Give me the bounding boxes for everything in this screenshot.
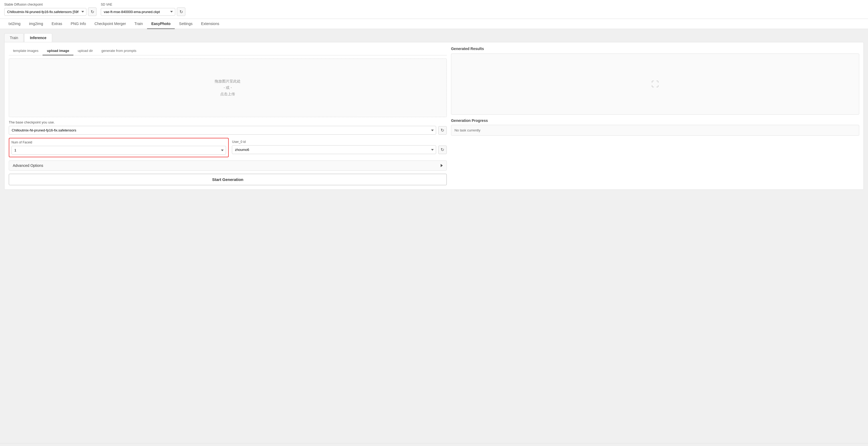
subtab-upload-image[interactable]: upload image (42, 47, 73, 55)
upload-zone[interactable]: 拖放图片至此处 - 或 - 点击上传 (9, 59, 447, 117)
upload-hint-line1: 拖放图片至此处 (215, 79, 241, 84)
generated-image-placeholder-icon: ⛶ (651, 80, 659, 89)
vae-select[interactable]: vae-ft-mse-840000-ema-pruned.ckpt (101, 8, 175, 16)
base-checkpoint-label: The base checkpoint you use. (9, 120, 447, 124)
user-id-row: zhoumo6 ↻ (232, 145, 446, 154)
tab-settings[interactable]: Settings (175, 19, 197, 29)
start-generation-button[interactable]: Start Generation (9, 174, 447, 185)
two-col-layout: template images upload image upload dir … (9, 47, 859, 185)
left-column: template images upload image upload dir … (9, 47, 447, 185)
subtab-generate-from-prompts[interactable]: generate from prompts (97, 47, 141, 55)
nav-tabs: txt2img img2img Extras PNG Info Checkpoi… (0, 19, 868, 29)
user-id-refresh-button[interactable]: ↻ (438, 146, 447, 154)
right-column: Generated Results ⛶ Generation Progress … (451, 47, 859, 185)
upload-sub-tabs: template images upload image upload dir … (9, 47, 447, 55)
tab-extras[interactable]: Extras (47, 19, 66, 29)
subtab-template-images[interactable]: template images (9, 47, 42, 55)
tab-extensions[interactable]: Extensions (197, 19, 223, 29)
tab-train[interactable]: Train (130, 19, 147, 29)
content-area: template images upload image upload dir … (4, 42, 864, 190)
inner-tab-train[interactable]: Train (4, 33, 24, 42)
inner-tab-inference[interactable]: Inference (24, 33, 52, 42)
tab-png-info[interactable]: PNG Info (66, 19, 90, 29)
user-id-label: User_0 id (232, 140, 446, 144)
tab-easyphoto[interactable]: EasyPhoto (147, 19, 175, 29)
user-id-select[interactable]: zhoumo6 (232, 145, 436, 154)
footer: API • Github • Gradio • Startup profile … (0, 443, 868, 446)
num-faceid-label: Num of Faceid (11, 141, 226, 144)
checkpoint-refresh-button[interactable]: ↻ (88, 7, 96, 16)
generated-image-box: ⛶ (451, 54, 859, 115)
checkpoint-select-row: Chilloutmix-Ni-pruned-fp16-fix.safetenso… (4, 7, 96, 16)
vae-label: SD VAE (101, 3, 185, 6)
generation-progress-box: No task currently (451, 125, 859, 136)
num-faceid-group: Num of Faceid 1 2 3 4 (9, 138, 229, 157)
advanced-options-chevron-icon (441, 164, 443, 167)
vae-refresh-button[interactable]: ↻ (177, 7, 185, 16)
generated-results-title: Generated Results (451, 47, 859, 51)
top-bar: Stable Diffusion checkpoint Chilloutmix-… (0, 0, 868, 19)
tab-checkpoint-merger[interactable]: Checkpoint Merger (90, 19, 130, 29)
base-checkpoint-row: Chilloutmix-Ni-pruned-fp16-fix.safetenso… (9, 126, 447, 135)
advanced-options-label: Advanced Options (13, 163, 43, 168)
vae-field: SD VAE vae-ft-mse-840000-ema-pruned.ckpt… (101, 3, 185, 16)
upload-hint-line3: 点击上传 (220, 92, 235, 97)
no-task-text: No task currently (455, 128, 480, 132)
main-content: Train Inference template images upload i… (0, 29, 868, 443)
generation-progress-title: Generation Progress (451, 118, 859, 123)
inner-tabs: Train Inference (4, 33, 864, 42)
checkpoint-field: Stable Diffusion checkpoint Chilloutmix-… (4, 3, 96, 16)
subtab-upload-dir[interactable]: upload dir (73, 47, 97, 55)
vae-select-row: vae-ft-mse-840000-ema-pruned.ckpt ↻ (101, 7, 185, 16)
checkpoint-select[interactable]: Chilloutmix-Ni-pruned-fp16-fix.safetenso… (4, 8, 86, 16)
checkpoint-label: Stable Diffusion checkpoint (4, 3, 96, 6)
base-checkpoint-select[interactable]: Chilloutmix-Ni-pruned-fp16-fix.safetenso… (9, 126, 436, 135)
num-faceid-select[interactable]: 1 2 3 4 (11, 146, 226, 155)
upload-hint-line2: - 或 - (224, 85, 232, 90)
base-checkpoint-refresh-button[interactable]: ↻ (438, 126, 447, 135)
advanced-options-bar[interactable]: Advanced Options (9, 160, 447, 171)
user-id-group: User_0 id zhoumo6 ↻ (232, 138, 446, 157)
tab-img2img[interactable]: img2img (25, 19, 47, 29)
tab-txt2img[interactable]: txt2img (4, 19, 25, 29)
faceid-userid-row: Num of Faceid 1 2 3 4 User_0 id zhoumo6 (9, 138, 447, 157)
